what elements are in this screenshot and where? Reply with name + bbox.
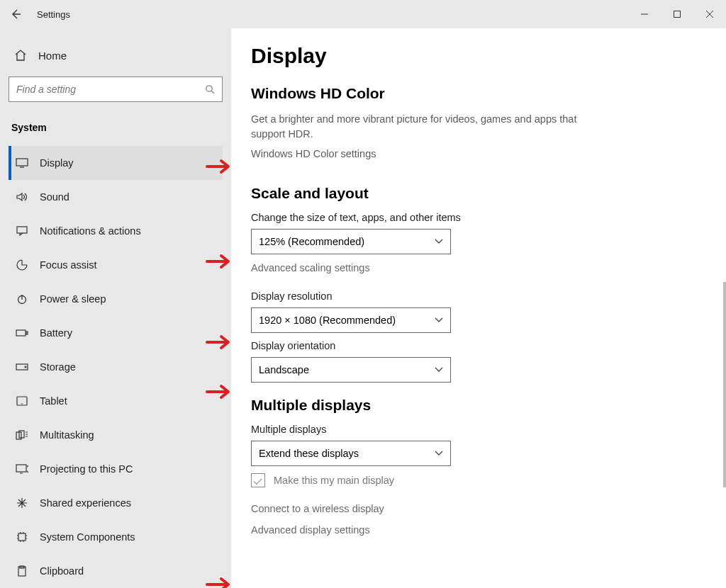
svg-point-1: [206, 86, 212, 91]
hd-color-link[interactable]: Windows HD Color settings: [251, 148, 376, 159]
window-controls: [628, 0, 726, 28]
close-icon: [705, 10, 714, 18]
main-display-checkbox-label: Make this my main display: [274, 475, 394, 486]
sidebar-item-components[interactable]: System Components: [9, 520, 223, 554]
storage-icon: [14, 363, 30, 371]
sidebar-item-clipboard[interactable]: Clipboard: [9, 554, 223, 588]
text-size-value: 125% (Recommended): [259, 236, 364, 247]
scale-heading: Scale and layout: [251, 185, 706, 202]
chevron-down-icon: [435, 239, 443, 244]
sidebar-item-power[interactable]: Power & sleep: [9, 282, 223, 316]
sidebar-item-storage[interactable]: Storage: [9, 350, 223, 384]
multiple-displays-heading: Multiple displays: [251, 397, 706, 414]
orientation-label: Display orientation: [251, 340, 706, 351]
sidebar-item-label: Display: [40, 157, 74, 169]
search-box[interactable]: [9, 77, 223, 102]
advanced-scaling-link[interactable]: Advanced scaling settings: [251, 262, 370, 273]
sound-icon: [14, 191, 30, 203]
close-button[interactable]: [693, 0, 726, 28]
chevron-down-icon: [435, 317, 443, 323]
resolution-dropdown[interactable]: 1920 × 1080 (Recommended): [251, 307, 451, 333]
page-title: Display: [251, 44, 706, 68]
sidebar-item-sound[interactable]: Sound: [9, 180, 223, 214]
wireless-display-link[interactable]: Connect to a wireless display: [251, 503, 706, 514]
sidebar-item-label: Focus assist: [40, 259, 97, 271]
svg-rect-12: [16, 465, 26, 472]
sidebar-item-battery[interactable]: Battery: [9, 316, 223, 350]
main-display-checkbox-row: Make this my main display: [251, 473, 706, 487]
display-icon: [14, 158, 30, 168]
sidebar-item-notifications[interactable]: Notifications & actions: [9, 214, 223, 248]
sidebar-item-label: Shared experiences: [40, 497, 131, 509]
back-button[interactable]: [0, 0, 31, 28]
sidebar-item-shared[interactable]: Shared experiences: [9, 486, 223, 520]
search-input[interactable]: [16, 84, 205, 95]
hd-color-desc: Get a brighter and more vibrant picture …: [251, 112, 577, 142]
notifications-icon: [14, 226, 30, 236]
sidebar-item-multitasking[interactable]: Multitasking: [9, 418, 223, 452]
window-title: Settings: [37, 9, 70, 20]
chevron-down-icon: [435, 367, 443, 373]
focus-assist-icon: [14, 259, 30, 271]
arrow-left-icon: [10, 9, 21, 20]
maximize-button[interactable]: [661, 0, 693, 28]
orientation-value: Landscape: [259, 364, 309, 375]
components-icon: [14, 531, 30, 543]
sidebar-item-focus-assist[interactable]: Focus assist: [9, 248, 223, 282]
nav-home-label: Home: [38, 50, 67, 62]
sidebar-item-tablet[interactable]: Tablet: [9, 384, 223, 418]
svg-rect-6: [26, 332, 28, 334]
hd-color-heading: Windows HD Color: [251, 85, 706, 102]
main-content: Display Windows HD Color Get a brighter …: [231, 28, 726, 588]
main-display-checkbox[interactable]: [251, 473, 265, 487]
svg-point-8: [25, 366, 26, 368]
advanced-display-link[interactable]: Advanced display settings: [251, 524, 706, 536]
sidebar-item-label: Multitasking: [40, 429, 94, 441]
multitasking-icon: [14, 430, 30, 440]
clipboard-icon: [14, 565, 30, 577]
resolution-label: Display resolution: [251, 290, 706, 302]
sidebar: Home System Display Sound Notifications …: [0, 28, 231, 588]
sidebar-item-label: Sound: [40, 191, 69, 203]
power-icon: [14, 293, 30, 305]
chevron-down-icon: [435, 451, 443, 456]
multiple-displays-value: Extend these displays: [259, 448, 359, 459]
svg-rect-2: [16, 159, 28, 166]
sidebar-item-label: Clipboard: [40, 565, 84, 577]
tablet-icon: [14, 396, 30, 406]
scrollbar-thumb[interactable]: [723, 282, 726, 487]
search-icon: [205, 84, 215, 94]
sidebar-item-label: Projecting to this PC: [40, 463, 133, 475]
titlebar: Settings: [0, 0, 726, 28]
battery-icon: [14, 329, 30, 337]
multiple-displays-dropdown[interactable]: Extend these displays: [251, 441, 451, 466]
projecting-icon: [14, 464, 30, 474]
sidebar-item-label: System Components: [40, 531, 135, 543]
sidebar-item-label: Storage: [40, 361, 76, 373]
sidebar-item-label: Battery: [40, 327, 72, 339]
resolution-value: 1920 × 1080 (Recommended): [259, 315, 396, 326]
minimize-icon: [640, 10, 649, 18]
sidebar-category: System: [9, 118, 223, 146]
orientation-dropdown[interactable]: Landscape: [251, 357, 451, 383]
svg-rect-0: [674, 11, 681, 18]
home-icon: [13, 49, 28, 62]
sidebar-item-label: Tablet: [40, 395, 67, 407]
sidebar-item-label: Notifications & actions: [40, 225, 141, 237]
text-size-label: Change the size of text, apps, and other…: [251, 212, 706, 223]
sidebar-item-projecting[interactable]: Projecting to this PC: [9, 452, 223, 486]
svg-rect-5: [16, 330, 26, 336]
sidebar-item-label: Power & sleep: [40, 293, 106, 305]
shared-icon: [14, 497, 30, 509]
svg-rect-3: [17, 227, 27, 233]
text-size-dropdown[interactable]: 125% (Recommended): [251, 229, 451, 254]
svg-rect-13: [18, 533, 26, 541]
maximize-icon: [673, 10, 681, 18]
multiple-displays-label: Multiple displays: [251, 424, 706, 435]
nav-home[interactable]: Home: [9, 41, 223, 69]
sidebar-item-display[interactable]: Display: [9, 146, 223, 180]
minimize-button[interactable]: [628, 0, 661, 28]
